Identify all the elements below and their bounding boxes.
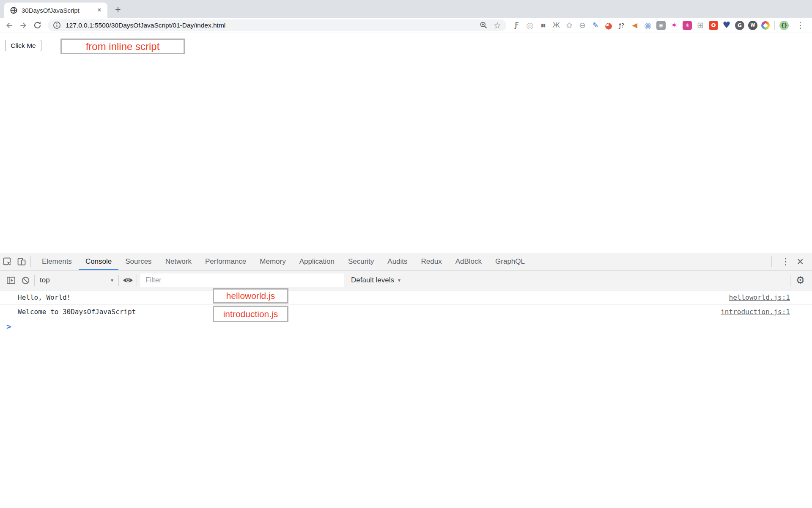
log-levels-value: Default levels <box>351 276 394 284</box>
address-bar[interactable]: 127.0.0.1:5500/30DaysOfJavaScript/01-Day… <box>48 19 506 31</box>
log-levels-select[interactable]: Default levels ▾ <box>351 276 401 284</box>
inline-script-annotation: from inline script <box>60 39 185 54</box>
camera-icon[interactable]: ◉ <box>656 21 666 30</box>
tab-redux[interactable]: Redux <box>414 253 449 270</box>
live-expression-eye-icon[interactable] <box>121 271 135 290</box>
tab-performance[interactable]: Performance <box>198 253 253 270</box>
chevron-down-icon: ▾ <box>111 278 113 283</box>
page-content: Click Me from inline script <box>0 33 812 253</box>
frame-context-select[interactable]: top ▾ <box>36 276 117 284</box>
tab-sources[interactable]: Sources <box>118 253 158 270</box>
atom-gray-icon[interactable]: ◎ <box>525 21 535 30</box>
json-viewer-icon[interactable]: {} <box>779 21 789 30</box>
tab-network[interactable]: Network <box>159 253 198 270</box>
color-ring-icon[interactable] <box>761 21 770 30</box>
device-toolbar-icon[interactable] <box>14 253 29 270</box>
extensions: Ƒ◎▮▮Ж✿⊖✎◕ƒ?◀◉◉✶✳⊞O♥GW{} <box>512 21 789 30</box>
console-message: Welcome to 30DaysOfJavaScript <box>18 308 721 316</box>
chevron-down-icon: ▾ <box>398 278 401 283</box>
divider <box>790 275 790 286</box>
console-prompt[interactable]: > <box>0 319 812 334</box>
blocks-icon[interactable]: ⊞ <box>696 21 705 30</box>
devtools-menu-icon[interactable]: ⋮ <box>779 257 793 266</box>
browser-chrome: 30DaysOfJavaScript × + <box>0 0 812 33</box>
tab-memory[interactable]: Memory <box>253 253 292 270</box>
devtools-tabs: Elements Console Sources Network Perform… <box>35 253 532 270</box>
tab-console[interactable]: Console <box>79 253 118 270</box>
fontface-icon[interactable]: Ƒ <box>512 21 521 30</box>
bookmark-star-icon[interactable]: ☆ <box>494 21 501 30</box>
tab-title: 30DaysOfJavaScript <box>22 7 96 14</box>
function-question-icon[interactable]: ƒ? <box>617 21 626 30</box>
tab-strip: 30DaysOfJavaScript × + <box>0 0 812 18</box>
w-circle-icon[interactable]: W <box>748 21 757 30</box>
globe-favicon-icon <box>10 7 17 14</box>
introduction-annotation: introduction.js <box>213 306 288 322</box>
tab-application[interactable]: Application <box>293 253 341 270</box>
divider <box>118 275 119 286</box>
blue-swirl-icon[interactable]: ◉ <box>643 21 653 30</box>
tab-security[interactable]: Security <box>341 253 381 270</box>
tab-audits[interactable]: Audits <box>381 253 414 270</box>
browser-tab[interactable]: 30DaysOfJavaScript × <box>4 3 107 18</box>
info-icon[interactable] <box>53 21 61 29</box>
megaphone-icon[interactable]: ◀ <box>630 21 639 30</box>
helloworld-annotation: helloworld.js <box>213 288 288 304</box>
forward-icon[interactable] <box>17 19 29 31</box>
source-link[interactable]: introduction.js:1 <box>721 308 790 316</box>
devtools-tabbar: Elements Console Sources Network Perform… <box>0 253 812 271</box>
frame-context-value: top <box>40 276 50 284</box>
console-message-row: Hello, World! helloworld.js:1 <box>0 290 812 305</box>
devtools-close-icon[interactable]: × <box>793 256 808 268</box>
columns-icon[interactable]: ▮▮ <box>538 21 548 30</box>
console-message: Hello, World! <box>18 293 729 301</box>
filter-input[interactable] <box>140 273 344 287</box>
apollo-pink-icon[interactable]: ✳ <box>683 21 692 30</box>
zoom-in-icon[interactable] <box>480 21 488 29</box>
new-tab-button[interactable]: + <box>112 3 124 16</box>
chrome-menu-icon[interactable]: ⋮ <box>794 21 807 29</box>
divider <box>30 256 31 267</box>
divider <box>137 275 137 286</box>
reload-icon[interactable] <box>31 19 43 31</box>
extensions-divider <box>774 21 775 30</box>
clear-console-icon[interactable] <box>18 271 33 290</box>
back-icon[interactable] <box>3 19 15 31</box>
click-me-button[interactable]: Click Me <box>5 40 41 51</box>
browser-toolbar: 127.0.0.1:5500/30DaysOfJavaScript/01-Day… <box>0 18 812 33</box>
console-message-row: Welcome to 30DaysOfJavaScript introducti… <box>0 305 812 319</box>
source-link[interactable]: helloworld.js:1 <box>729 293 790 301</box>
tab-adblock[interactable]: AdBlock <box>449 253 488 270</box>
divider <box>34 275 35 286</box>
red-o-icon[interactable]: O <box>709 21 718 30</box>
eyedropper-icon[interactable]: ✎ <box>591 21 600 30</box>
devtools-panel: Elements Console Sources Network Perform… <box>0 253 812 334</box>
prompt-chevron-icon: > <box>6 322 11 331</box>
circle-dash-icon[interactable]: ⊖ <box>578 21 587 30</box>
onetab-icon[interactable]: ◕ <box>604 21 613 30</box>
heart-search-icon[interactable]: ♥ <box>722 21 731 30</box>
console-output: Hello, World! helloworld.js:1 Welcome to… <box>0 290 812 334</box>
graphql-icon[interactable]: ✶ <box>669 21 679 30</box>
flower-icon[interactable]: ✿ <box>565 21 574 30</box>
tab-close-icon[interactable]: × <box>96 6 103 14</box>
console-sidebar-icon[interactable] <box>4 271 18 290</box>
bug-icon[interactable]: Ж <box>551 21 561 30</box>
g-circle-icon[interactable]: G <box>735 21 744 30</box>
console-settings-gear-icon[interactable]: ⚙ <box>792 275 808 285</box>
url-text[interactable]: 127.0.0.1:5500/30DaysOfJavaScript/01-Day… <box>66 22 474 29</box>
inspect-element-icon[interactable] <box>0 253 14 270</box>
console-toolbar: top ▾ Default levels ▾ ⚙ <box>0 271 812 290</box>
tab-elements[interactable]: Elements <box>35 253 79 270</box>
tab-graphql[interactable]: GraphQL <box>488 253 532 270</box>
divider <box>771 256 772 267</box>
